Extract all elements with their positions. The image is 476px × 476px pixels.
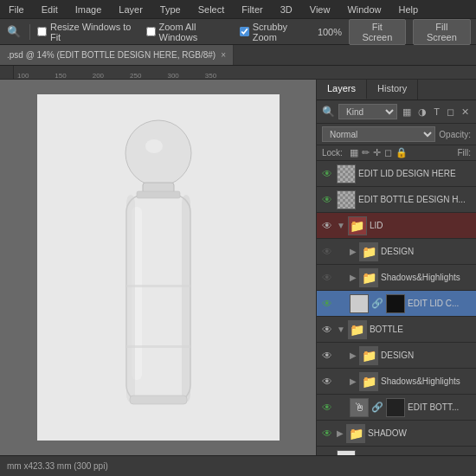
ruler-mark-100: 100 bbox=[17, 72, 29, 79]
layer-visibility-icon[interactable]: 👁 bbox=[320, 194, 334, 206]
layer-filter-shape-icon[interactable]: ◻ bbox=[445, 106, 456, 119]
canvas-dimensions: mm x423.33 mm (300 ppi) bbox=[7, 461, 108, 471]
layer-visibility-icon[interactable]: 👁 bbox=[320, 324, 334, 336]
layer-filter-type-icon[interactable]: T bbox=[432, 106, 441, 118]
menu-layer[interactable]: Layer bbox=[115, 3, 146, 16]
svg-rect-8 bbox=[126, 285, 190, 287]
tab-bar: .psd @ 14% (EDIT BOTTLE DESIGN HERE, RGB… bbox=[0, 45, 476, 66]
opacity-label: Opacity: bbox=[439, 130, 471, 139]
layer-name: DESIGN bbox=[381, 351, 473, 360]
doc-tab[interactable]: .psd @ 14% (EDIT BOTTLE DESIGN HERE, RGB… bbox=[0, 45, 234, 65]
tab-history[interactable]: History bbox=[367, 80, 418, 100]
layer-row[interactable]: 👁 ▶ 📁 Shadows&Highlights bbox=[317, 265, 476, 291]
lock-all-icon[interactable]: 🔒 bbox=[396, 147, 408, 158]
resize-windows-group: Resize Windows to Fit bbox=[37, 22, 139, 42]
layer-row[interactable]: 👁 ▼ 📁 LID bbox=[317, 213, 476, 239]
menu-file[interactable]: File bbox=[5, 3, 28, 16]
menu-image[interactable]: Image bbox=[72, 3, 106, 16]
layer-link-icon: 🔗 bbox=[371, 298, 383, 309]
menu-type[interactable]: Type bbox=[157, 3, 184, 16]
menu-window[interactable]: Window bbox=[344, 3, 384, 16]
scrubby-label: Scrubby Zoom bbox=[253, 22, 311, 42]
group-expand-icon[interactable]: ▼ bbox=[337, 221, 345, 230]
layer-row[interactable]: 👁 ▶ 📁 DESIGN bbox=[317, 343, 476, 369]
layer-filter-pixel-icon[interactable]: ▦ bbox=[401, 106, 413, 119]
layer-visibility-icon[interactable]: 👁 bbox=[320, 168, 334, 180]
layer-row[interactable]: 👁 🖱 🔗 EDIT BOTT... bbox=[317, 395, 476, 421]
blend-opacity-row: Normal Opacity: bbox=[317, 124, 476, 145]
ruler-mark-250: 250 bbox=[130, 72, 141, 79]
lock-position-icon[interactable]: ✛ bbox=[373, 147, 381, 158]
layer-thumbnail: 📁 bbox=[359, 268, 378, 287]
layer-filter-adjust-icon[interactable]: ◑ bbox=[416, 106, 428, 119]
group-expand-icon[interactable]: ▼ bbox=[337, 325, 345, 334]
layer-thumbnail: 📁 bbox=[359, 346, 378, 365]
panel-tabs: Layers History bbox=[317, 80, 476, 100]
layer-row[interactable]: 👁 ▶ 📁 SHADOW bbox=[317, 421, 476, 447]
layer-visibility-icon[interactable]: 👁 bbox=[320, 298, 334, 310]
group-expand-icon[interactable]: ▶ bbox=[350, 273, 357, 282]
zoom-all-group: Zoom All Windows bbox=[146, 22, 233, 42]
svg-rect-10 bbox=[130, 396, 187, 404]
layer-row[interactable]: 👁 🖥 🔗 EDIT LID C... bbox=[317, 291, 476, 317]
layer-mask-thumbnail bbox=[386, 398, 405, 417]
layer-visibility-icon[interactable]: 👁 bbox=[320, 220, 334, 232]
close-tab-button[interactable]: × bbox=[221, 50, 226, 60]
layer-thumbnail: 📁 bbox=[346, 424, 365, 443]
layer-kind-dropdown[interactable]: Kind bbox=[338, 104, 397, 119]
layer-name: BOTTLE bbox=[370, 325, 473, 334]
layer-name: SHADOW bbox=[368, 428, 473, 438]
blend-mode-dropdown[interactable]: Normal bbox=[322, 126, 435, 142]
layer-visibility-icon[interactable]: 👁 bbox=[320, 350, 334, 362]
layer-name: EDIT LID C... bbox=[408, 299, 473, 308]
menu-3d[interactable]: 3D bbox=[277, 3, 296, 16]
layer-row[interactable]: 👁 EDIT LID DESIGN HERE bbox=[317, 161, 476, 187]
menu-filter[interactable]: Filter bbox=[238, 3, 266, 16]
layer-visibility-icon[interactable]: 👁 bbox=[320, 246, 334, 258]
lock-label: Lock: bbox=[322, 148, 343, 158]
svg-rect-7 bbox=[137, 191, 180, 198]
scrubby-checkbox[interactable] bbox=[240, 27, 249, 36]
ruler-corner bbox=[0, 66, 14, 80]
fill-screen-button[interactable]: Fill Screen bbox=[413, 19, 471, 45]
layer-row[interactable]: 👁 ▼ 📁 BOTTLE bbox=[317, 317, 476, 343]
layer-row[interactable]: 👁 EDIT BOTTLE DESIGN H... bbox=[317, 187, 476, 213]
layer-visibility-icon[interactable]: 👁 bbox=[320, 428, 334, 440]
canvas-area[interactable] bbox=[0, 80, 316, 455]
layer-row[interactable]: 👁 ▶ 📁 DESIGN bbox=[317, 239, 476, 265]
layer-row[interactable]: 👁 ▶ 📁 Shadows&Highlights bbox=[317, 369, 476, 395]
lock-transparent-icon[interactable]: ▦ bbox=[350, 147, 358, 158]
resize-windows-checkbox[interactable] bbox=[37, 27, 47, 36]
group-expand-icon[interactable]: ▶ bbox=[350, 376, 357, 386]
fill-label: Fill: bbox=[457, 148, 471, 158]
layer-thumbnail bbox=[337, 164, 356, 183]
layer-visibility-icon[interactable]: 👁 bbox=[320, 272, 334, 284]
layer-name: EDIT BACKGROUND... bbox=[358, 454, 473, 455]
ruler-marks: 100 150 200 250 300 350 bbox=[14, 66, 476, 79]
status-bar: mm x423.33 mm (300 ppi) bbox=[0, 455, 476, 476]
lock-fill-row: Lock: ▦ ✏ ✛ ◻ 🔒 Fill: bbox=[317, 145, 476, 161]
zoom-all-checkbox[interactable] bbox=[146, 27, 156, 36]
lock-artboard-icon[interactable]: ◻ bbox=[384, 147, 392, 158]
group-expand-icon[interactable]: ▶ bbox=[337, 428, 344, 438]
menu-view[interactable]: View bbox=[306, 3, 334, 16]
svg-point-0 bbox=[125, 120, 191, 186]
tab-layers[interactable]: Layers bbox=[317, 80, 367, 100]
layer-visibility-icon[interactable]: 👁 bbox=[320, 376, 334, 388]
menu-help[interactable]: Help bbox=[396, 3, 422, 16]
group-expand-icon[interactable]: ▶ bbox=[350, 247, 357, 256]
menu-select[interactable]: Select bbox=[195, 3, 228, 16]
group-expand-icon[interactable]: ▶ bbox=[350, 351, 357, 360]
fit-screen-button[interactable]: Fit Screen bbox=[349, 19, 406, 45]
layer-search-bar: 🔍 Kind ▦ ◑ T ◻ ✕ bbox=[317, 100, 476, 124]
layer-visibility-icon[interactable]: 👁 bbox=[320, 453, 334, 456]
layer-row[interactable]: 👁 EDIT BACKGROUND... bbox=[317, 447, 476, 455]
menu-edit[interactable]: Edit bbox=[38, 3, 61, 16]
layer-name: Shadows&Highlights bbox=[381, 273, 473, 282]
search-icon: 🔍 bbox=[322, 106, 335, 118]
lock-pixels-icon[interactable]: ✏ bbox=[362, 147, 370, 158]
layer-thumbnail: 📁 bbox=[359, 242, 378, 261]
zoom-tool-icon[interactable]: 🔍 bbox=[5, 23, 23, 40]
layer-filter-toggle-icon[interactable]: ✕ bbox=[460, 106, 471, 119]
layer-visibility-icon[interactable]: 👁 bbox=[320, 402, 334, 414]
